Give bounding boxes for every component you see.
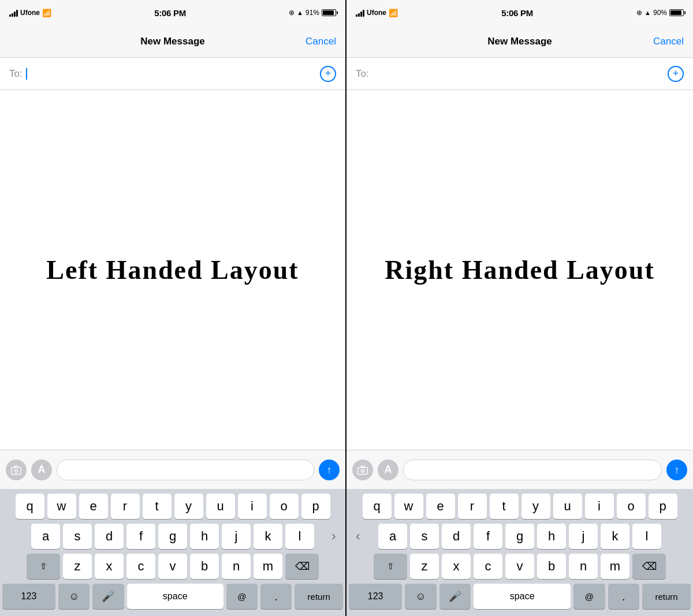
right-key-h[interactable]: h: [537, 524, 566, 549]
right-key-v[interactable]: v: [505, 554, 534, 579]
right-key-shift[interactable]: ⇧: [374, 554, 407, 579]
left-key-x[interactable]: x: [95, 554, 124, 579]
right-key-return[interactable]: return: [642, 584, 691, 609]
right-key-delete[interactable]: ⌫: [632, 554, 666, 579]
left-key-k[interactable]: k: [254, 524, 282, 549]
left-cancel-button[interactable]: Cancel: [305, 36, 336, 47]
right-cancel-button[interactable]: Cancel: [653, 36, 684, 47]
right-key-emoji[interactable]: ☺: [405, 584, 437, 609]
right-key-i[interactable]: i: [585, 494, 614, 519]
right-key-c[interactable]: c: [474, 554, 502, 579]
left-key-mic[interactable]: 🎤: [92, 584, 124, 609]
left-chevron-right-icon[interactable]: ›: [326, 524, 342, 549]
right-key-u[interactable]: u: [553, 494, 582, 519]
right-key-p[interactable]: p: [649, 494, 677, 519]
right-key-j[interactable]: j: [569, 524, 598, 549]
left-key-q[interactable]: q: [16, 494, 44, 519]
right-key-period[interactable]: .: [608, 584, 640, 609]
right-key-l[interactable]: l: [632, 524, 661, 549]
left-key-o[interactable]: o: [270, 494, 299, 519]
right-nav-icon: ▲: [644, 9, 651, 16]
left-key-d[interactable]: d: [95, 524, 124, 549]
right-signal-bars: [356, 9, 364, 17]
left-send-button[interactable]: ↑: [319, 460, 340, 480]
left-key-n[interactable]: n: [222, 554, 251, 579]
right-key-k[interactable]: k: [601, 524, 629, 549]
right-message-input[interactable]: [403, 460, 662, 480]
right-key-space[interactable]: space: [474, 584, 571, 609]
right-nav-bar: New Message Cancel: [346, 25, 693, 58]
right-key-d[interactable]: d: [442, 524, 471, 549]
left-key-p[interactable]: p: [301, 494, 330, 519]
left-key-period[interactable]: .: [260, 584, 292, 609]
left-key-at[interactable]: @: [226, 584, 258, 609]
right-key-w[interactable]: w: [394, 494, 423, 519]
right-key-at[interactable]: @: [573, 584, 605, 609]
left-message-bar: A ↑: [0, 450, 345, 489]
right-key-y[interactable]: y: [521, 494, 550, 519]
left-key-v[interactable]: v: [158, 554, 187, 579]
left-battery-pct: 91%: [305, 9, 319, 17]
right-key-g[interactable]: g: [505, 524, 534, 549]
right-key-o[interactable]: o: [617, 494, 646, 519]
left-key-emoji[interactable]: ☺: [58, 584, 90, 609]
left-camera-button[interactable]: [6, 460, 27, 480]
right-appstore-button[interactable]: A: [378, 460, 398, 480]
left-key-m[interactable]: m: [254, 554, 282, 579]
left-key-h[interactable]: h: [190, 524, 219, 549]
right-key-mic[interactable]: 🎤: [439, 584, 471, 609]
left-signal-bars: [9, 9, 18, 17]
right-nav-title: New Message: [487, 36, 552, 47]
right-to-field[interactable]: To: +: [346, 58, 693, 90]
right-key-r[interactable]: r: [458, 494, 487, 519]
left-key-b[interactable]: b: [190, 554, 219, 579]
right-key-q[interactable]: q: [363, 494, 392, 519]
left-to-field[interactable]: To: +: [0, 58, 345, 90]
left-key-i[interactable]: i: [238, 494, 267, 519]
right-key-m[interactable]: m: [601, 554, 629, 579]
left-key-s[interactable]: s: [63, 524, 92, 549]
right-key-t[interactable]: t: [490, 494, 519, 519]
left-key-e[interactable]: e: [79, 494, 108, 519]
right-carrier: Ufone: [367, 9, 386, 17]
right-chevron-left-icon[interactable]: ‹: [350, 524, 366, 549]
left-key-123[interactable]: 123: [2, 584, 55, 609]
left-key-c[interactable]: c: [126, 554, 155, 579]
left-key-y[interactable]: y: [174, 494, 203, 519]
right-key-123[interactable]: 123: [349, 584, 402, 609]
right-send-button[interactable]: ↑: [666, 460, 687, 480]
right-key-s[interactable]: s: [410, 524, 439, 549]
left-key-z[interactable]: z: [63, 554, 92, 579]
left-message-input[interactable]: [57, 460, 314, 480]
right-battery: [669, 9, 684, 16]
left-key-r[interactable]: r: [111, 494, 140, 519]
left-key-a[interactable]: a: [31, 524, 60, 549]
left-key-row-3: ⇧ z x c v b n m ⌫: [2, 554, 343, 579]
svg-rect-0: [12, 467, 21, 474]
left-key-space[interactable]: space: [127, 584, 223, 609]
right-key-x[interactable]: x: [442, 554, 471, 579]
left-key-f[interactable]: f: [126, 524, 155, 549]
right-keyboard: q w e r t y u i o p ‹ a s d f g h j k l …: [346, 489, 693, 616]
signal-bar-4: [16, 10, 18, 17]
left-key-u[interactable]: u: [206, 494, 235, 519]
right-key-a[interactable]: a: [378, 524, 407, 549]
left-key-return[interactable]: return: [295, 584, 343, 609]
left-add-recipient-button[interactable]: +: [320, 66, 336, 82]
right-key-e[interactable]: e: [426, 494, 455, 519]
left-key-shift[interactable]: ⇧: [27, 554, 60, 579]
right-key-z[interactable]: z: [410, 554, 439, 579]
right-key-n[interactable]: n: [569, 554, 598, 579]
left-key-t[interactable]: t: [143, 494, 172, 519]
right-status-left: Ufone 📶: [356, 9, 398, 17]
left-key-delete[interactable]: ⌫: [285, 554, 319, 579]
right-key-b[interactable]: b: [537, 554, 566, 579]
left-key-w[interactable]: w: [47, 494, 76, 519]
left-key-j[interactable]: j: [222, 524, 251, 549]
right-add-recipient-button[interactable]: +: [668, 66, 684, 82]
right-key-f[interactable]: f: [474, 524, 502, 549]
left-key-g[interactable]: g: [158, 524, 187, 549]
left-appstore-button[interactable]: A: [31, 460, 52, 480]
right-camera-button[interactable]: [352, 460, 373, 480]
left-key-l[interactable]: l: [285, 524, 314, 549]
